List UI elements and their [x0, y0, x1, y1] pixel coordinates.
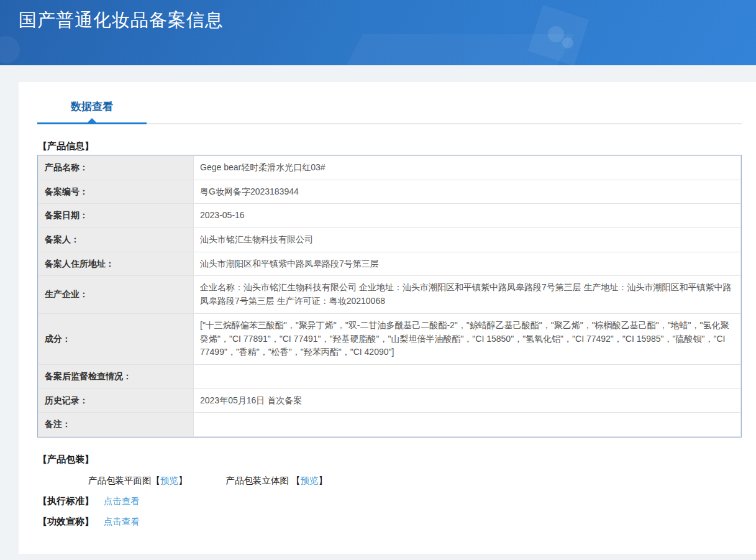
row-value-supervision-check: [194, 364, 741, 388]
row-value-history: 2023年05月16日 首次备案: [194, 388, 741, 413]
table-row: 产品名称： Gege bear轻时柔滑水光口红03#: [39, 156, 741, 180]
table-row: 备案后监督检查情况：: [39, 364, 741, 388]
table-row: 备注：: [39, 413, 741, 437]
section-title-packaging: 【产品包装】: [38, 454, 742, 466]
packaging-preview-line: 产品包装平面图【预览】 产品包装立体图 【预览】: [88, 475, 742, 487]
row-label-product-name: 产品名称：: [39, 156, 194, 180]
table-row: 备案人： 汕头市铭汇生物科技有限公司: [39, 228, 741, 252]
section-title-standard: 【执行标准】: [38, 495, 94, 506]
row-label-remark: 备注：: [39, 413, 194, 437]
row-value-ingredients: ["十三烷醇偏苯三酸酯"，"聚异丁烯"，"双-二甘油多酰基己二酸酯-2"，"鲸蜡…: [194, 313, 741, 364]
bracket-open: 【: [291, 475, 301, 485]
row-label-ingredients: 成分：: [39, 313, 194, 364]
bracket-open: 【: [152, 475, 161, 485]
row-value-record-number: 粤G妆网备字2023183944: [194, 180, 741, 204]
tab-data-view[interactable]: 数据查看: [37, 99, 147, 123]
page-banner: 国产普通化妆品备案信息: [0, 0, 756, 65]
efficacy-view-link[interactable]: 点击查看: [104, 516, 140, 526]
efficacy-line: 【功效宣称】点击查看: [38, 516, 742, 528]
packaging-3d-preview-link[interactable]: 预览: [301, 475, 319, 485]
packaging-3d-item: 产品包装立体图 【预览】: [226, 475, 328, 487]
row-value-record-date: 2023-05-16: [194, 204, 741, 228]
row-value-manufacturer: 企业名称：汕头市铭汇生物科技有限公司 企业地址：汕头市潮阳区和平镇紫中路凤皋路段…: [194, 276, 741, 313]
standard-view-link[interactable]: 点击查看: [104, 496, 140, 506]
table-row: 备案人住所地址： 汕头市潮阳区和平镇紫中路凤皋路段7号第三层: [39, 252, 741, 276]
row-label-record-number: 备案编号：: [39, 180, 194, 204]
row-value-registrant-address: 汕头市潮阳区和平镇紫中路凤皋路段7号第三层: [194, 252, 741, 276]
table-row: 生产企业： 企业名称：汕头市铭汇生物科技有限公司 企业地址：汕头市潮阳区和平镇紫…: [39, 276, 741, 313]
bracket-close: 】: [319, 475, 328, 485]
page-title: 国产普通化妆品备案信息: [0, 0, 756, 33]
row-label-record-date: 备案日期：: [39, 204, 194, 228]
packaging-flat-preview-link[interactable]: 预览: [160, 475, 178, 485]
section-title-efficacy: 【功效宣称】: [38, 516, 94, 526]
banner-decoration-circle-2: [562, 37, 573, 48]
packaging-flat-label: 产品包装平面图: [88, 475, 152, 485]
row-label-registrant: 备案人：: [39, 228, 194, 252]
content-card: 数据查看 【产品信息】 产品名称： Gege bear轻时柔滑水光口红03# 备…: [19, 82, 756, 554]
packaging-3d-label: 产品包装立体图: [226, 475, 292, 485]
tab-data-view-label: 数据查看: [71, 101, 113, 112]
row-label-supervision-check: 备案后监督检查情况：: [39, 364, 194, 388]
packaging-flat-item: 产品包装平面图【预览】: [88, 475, 188, 487]
table-row: 备案日期： 2023-05-16: [39, 204, 741, 228]
row-value-registrant: 汕头市铭汇生物科技有限公司: [194, 228, 741, 252]
tab-caret-icon: [88, 118, 96, 122]
standard-line: 【执行标准】点击查看: [38, 495, 742, 507]
product-info-table-frame: 产品名称： Gege bear轻时柔滑水光口红03# 备案编号： 粤G妆网备字2…: [37, 155, 742, 438]
tab-active-underline: [37, 122, 147, 124]
product-info-table: 产品名称： Gege bear轻时柔滑水光口红03# 备案编号： 粤G妆网备字2…: [38, 155, 741, 437]
row-value-remark: [194, 413, 741, 437]
row-label-manufacturer: 生产企业：: [39, 276, 194, 313]
row-value-product-name: Gege bear轻时柔滑水光口红03#: [194, 156, 741, 180]
table-row: 成分： ["十三烷醇偏苯三酸酯"，"聚异丁烯"，"双-二甘油多酰基己二酸酯-2"…: [39, 313, 741, 364]
page-footer: 本站由国家药品监督管理局主办 版权所有 Copyright © NMPA All…: [0, 554, 756, 560]
table-row: 历史记录： 2023年05月16日 首次备案: [39, 388, 741, 413]
banner-decoration-circle-3: [0, 36, 20, 63]
row-label-history: 历史记录：: [39, 388, 194, 413]
row-label-registrant-address: 备案人住所地址：: [39, 252, 194, 276]
tab-bar: 数据查看: [37, 99, 742, 124]
section-title-product-info: 【产品信息】: [38, 140, 742, 152]
bracket-close: 】: [178, 475, 188, 485]
table-row: 备案编号： 粤G妆网备字2023183944: [39, 180, 741, 204]
